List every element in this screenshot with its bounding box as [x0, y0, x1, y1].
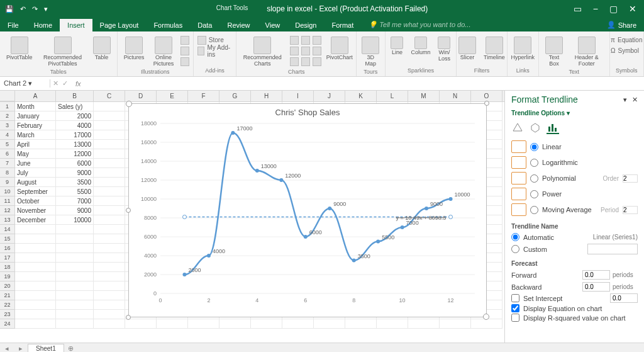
trendline-radio-logarithmic[interactable]	[530, 159, 538, 167]
redo-icon[interactable]: ↷	[32, 5, 38, 13]
cell-C18[interactable]	[94, 263, 125, 272]
cell-C7[interactable]	[94, 159, 125, 168]
cell-B19[interactable]	[56, 272, 94, 281]
hyperlink-button[interactable]: Hyperlink	[509, 35, 538, 62]
maximize-icon[interactable]: ▢	[609, 4, 618, 14]
cell-C3[interactable]	[94, 121, 125, 130]
set-intercept-input[interactable]	[610, 293, 638, 303]
cell-G24[interactable]	[219, 319, 251, 329]
header-footer-button[interactable]: Header & Footer	[568, 35, 606, 69]
cell-B12[interactable]: 9000	[56, 206, 94, 215]
cell-A13[interactable]: December	[15, 215, 56, 225]
panel-close-icon[interactable]: ✕	[632, 96, 638, 104]
cell-B10[interactable]: 5500	[56, 187, 94, 196]
cell-B11[interactable]: 7000	[56, 196, 94, 206]
cell-A17[interactable]	[15, 253, 56, 263]
cell-A5[interactable]: April	[15, 140, 56, 149]
embedded-chart[interactable]: Chris' Shop Sales 0200040006000800010000…	[128, 103, 487, 317]
col-header-C[interactable]: C	[94, 91, 125, 101]
fx-label[interactable]: fx	[70, 80, 86, 88]
name-box[interactable]: Chart 2 ▾	[0, 79, 50, 88]
tab-design[interactable]: Design	[287, 19, 324, 31]
sheet-tab[interactable]: Sheet1	[28, 344, 64, 352]
ribbon-options-icon[interactable]: ▭	[574, 4, 582, 14]
chart-type-1[interactable]	[290, 36, 299, 45]
chart-type-3[interactable]	[313, 36, 321, 45]
row-header-11[interactable]: 11	[0, 196, 15, 206]
cell-C13[interactable]	[94, 215, 125, 225]
cell-A2[interactable]: January	[15, 111, 56, 121]
backward-input[interactable]	[582, 282, 610, 292]
select-all-corner[interactable]	[0, 91, 15, 101]
cell-C12[interactable]	[94, 206, 125, 215]
col-header-J[interactable]: J	[314, 91, 345, 101]
cell-C5[interactable]	[94, 140, 125, 149]
tab-file[interactable]: File	[0, 19, 26, 31]
chart-type-9[interactable]	[313, 57, 321, 66]
cell-C16[interactable]	[94, 244, 125, 253]
row-header-21[interactable]: 21	[0, 291, 15, 300]
tab-home[interactable]: Home	[26, 19, 60, 31]
smartart-button[interactable]	[180, 46, 189, 55]
cell-B1[interactable]: Sales (y)	[56, 102, 94, 111]
cell-B23[interactable]	[56, 310, 94, 319]
minimize-icon[interactable]: −	[593, 4, 598, 14]
cell-E24[interactable]	[157, 319, 188, 329]
trendline-radio-power[interactable]	[530, 190, 538, 198]
row-header-18[interactable]: 18	[0, 263, 15, 272]
cell-D24[interactable]	[125, 319, 157, 329]
cell-C4[interactable]	[94, 130, 125, 140]
cell-K24[interactable]	[345, 319, 377, 329]
cell-C2[interactable]	[94, 111, 125, 121]
col-header-G[interactable]: G	[219, 91, 251, 101]
tab-page-layout[interactable]: Page Layout	[92, 19, 147, 31]
col-header-A[interactable]: A	[15, 91, 56, 101]
cell-A4[interactable]: March	[15, 130, 56, 140]
save-icon[interactable]: 💾	[5, 5, 14, 13]
undo-icon[interactable]: ↶	[20, 5, 26, 13]
textbox-button[interactable]: Text Box	[543, 35, 565, 69]
cell-A8[interactable]: July	[15, 168, 56, 178]
cell-B8[interactable]: 9000	[56, 168, 94, 178]
tab-formulas[interactable]: Formulas	[146, 19, 190, 31]
slicer-button[interactable]: Slicer	[456, 35, 479, 62]
col-header-H[interactable]: H	[251, 91, 282, 101]
cell-B21[interactable]	[56, 291, 94, 300]
cell-B13[interactable]: 10000	[56, 215, 94, 225]
cell-C11[interactable]	[94, 196, 125, 206]
chart-title[interactable]: Chris' Shop Sales	[129, 104, 486, 117]
cancel-formula-icon[interactable]: ✕	[53, 79, 58, 88]
close-icon[interactable]: ✕	[629, 4, 636, 14]
row-header-1[interactable]: 1	[0, 102, 15, 111]
row-header-10[interactable]: 10	[0, 187, 15, 196]
cell-A23[interactable]	[15, 310, 56, 319]
cell-A22[interactable]	[15, 300, 56, 310]
cell-L24[interactable]	[377, 319, 408, 329]
display-equation-checkbox[interactable]	[511, 304, 519, 312]
custom-radio[interactable]	[511, 245, 519, 253]
cell-B22[interactable]	[56, 300, 94, 310]
cell-H24[interactable]	[251, 319, 282, 329]
col-header-L[interactable]: L	[377, 91, 408, 101]
tab-view[interactable]: View	[258, 19, 288, 31]
cell-C19[interactable]	[94, 272, 125, 281]
forward-input[interactable]	[582, 270, 610, 280]
trendline-radio-moving average[interactable]	[530, 206, 538, 214]
cell-B9[interactable]: 3500	[56, 178, 94, 187]
cell-B7[interactable]: 6000	[56, 159, 94, 168]
row-header-4[interactable]: 4	[0, 130, 15, 140]
cell-C15[interactable]	[94, 234, 125, 244]
share-button[interactable]: 👤 Share	[599, 18, 644, 31]
row-header-14[interactable]: 14	[0, 225, 15, 234]
trendline-radio-polynomial[interactable]	[530, 174, 538, 183]
cell-A24[interactable]	[15, 319, 56, 329]
panel-dropdown-icon[interactable]: ▾	[623, 96, 627, 104]
add-sheet-button[interactable]: ⊕	[64, 344, 77, 353]
cell-B20[interactable]	[56, 281, 94, 291]
table-button[interactable]: Table	[91, 35, 113, 62]
cell-M24[interactable]	[408, 319, 440, 329]
cell-B17[interactable]	[56, 253, 94, 263]
cell-B4[interactable]: 17000	[56, 130, 94, 140]
cell-F24[interactable]	[188, 319, 219, 329]
row-header-19[interactable]: 19	[0, 272, 15, 281]
